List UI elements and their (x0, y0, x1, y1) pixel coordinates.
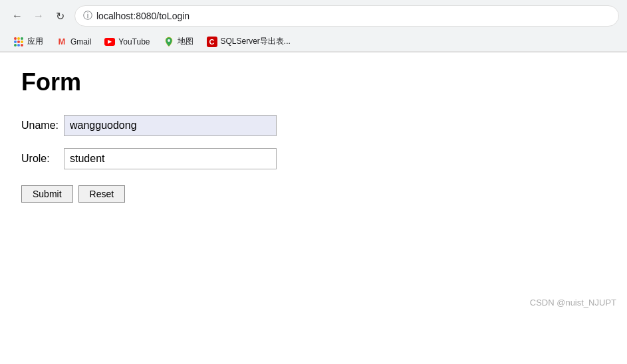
gmail-label: Gmail (70, 37, 91, 46)
gmail-icon: M (57, 37, 67, 47)
apps-icon (13, 37, 24, 47)
maps-label: 地图 (178, 36, 193, 47)
bookmark-youtube[interactable]: ▶ YouTube (99, 35, 155, 49)
nav-buttons: ← → ↻ (8, 7, 69, 25)
page-title: Form (21, 68, 606, 96)
form-buttons: Submit Reset (21, 185, 606, 203)
reload-button[interactable]: ↻ (51, 7, 69, 25)
csdn-icon: C (207, 37, 217, 47)
uname-input[interactable] (64, 115, 277, 136)
info-icon: ⓘ (83, 10, 92, 22)
urole-input[interactable] (64, 148, 277, 169)
page-content: Form Uname: Urole: Submit Reset CSDN @nu… (0, 52, 627, 318)
bookmark-csdn[interactable]: C SQLServer导出表... (201, 34, 296, 49)
browser-toolbar: ← → ↻ ⓘ localhost:8080/toLogin (0, 0, 627, 32)
youtube-icon: ▶ (104, 37, 115, 47)
form-body: Uname: Urole: Submit Reset (21, 115, 606, 203)
maps-icon (164, 37, 174, 47)
back-button[interactable]: ← (8, 7, 27, 25)
watermark: CSDN @nuist_NJUPT (530, 298, 616, 308)
address-text: localhost:8080/toLogin (96, 11, 189, 21)
reset-button[interactable]: Reset (78, 185, 126, 203)
uname-row: Uname: (21, 115, 606, 136)
bookmark-maps[interactable]: 地图 (158, 34, 199, 49)
youtube-label: YouTube (118, 37, 150, 46)
urole-label: Urole: (21, 153, 61, 165)
csdn-label: SQLServer导出表... (221, 36, 291, 47)
uname-label: Uname: (21, 120, 61, 132)
browser-chrome: ← → ↻ ⓘ localhost:8080/toLogin (0, 0, 627, 52)
bookmarks-bar: 应用 M Gmail ▶ YouTube 地图 (0, 32, 627, 52)
urole-row: Urole: (21, 148, 606, 169)
bookmark-gmail[interactable]: M Gmail (51, 35, 96, 49)
bookmark-apps[interactable]: 应用 (8, 34, 49, 49)
submit-button[interactable]: Submit (21, 185, 73, 203)
address-bar[interactable]: ⓘ localhost:8080/toLogin (74, 5, 619, 27)
apps-label: 应用 (27, 36, 43, 47)
forward-button[interactable]: → (29, 7, 48, 25)
